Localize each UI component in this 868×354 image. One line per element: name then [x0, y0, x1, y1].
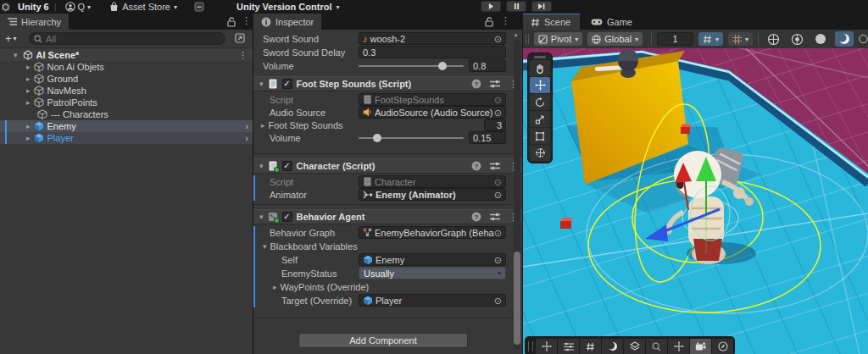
- tree-item[interactable]: ▸ NavMesh: [0, 85, 253, 97]
- enemy-status-dropdown[interactable]: Usually ▾: [359, 267, 506, 279]
- compass-button[interactable]: [712, 339, 733, 354]
- prefab-chevron-icon[interactable]: ›: [245, 133, 248, 143]
- behavior-component-header[interactable]: ▾ ✓ Behavior Agent ? ⋮: [253, 209, 523, 224]
- overflow-button[interactable]: [859, 31, 868, 47]
- scene-viewport[interactable]: [523, 48, 868, 354]
- disclosure-arrow-icon[interactable]: ▸: [26, 122, 31, 130]
- overlay-settings-button[interactable]: [558, 339, 579, 354]
- save-icon[interactable]: [194, 2, 204, 12]
- play-button[interactable]: [481, 1, 501, 12]
- scale-tool-button[interactable]: [530, 111, 550, 127]
- sword-delay-field[interactable]: 0.3: [359, 46, 506, 58]
- disclosure-arrow-icon[interactable]: ▸: [26, 98, 31, 107]
- panel-divider[interactable]: [522, 14, 523, 354]
- character-component-header[interactable]: ▾ ✓ Character (Script) ? ⋮: [253, 158, 523, 174]
- account-menu[interactable]: Q ▾: [65, 2, 92, 12]
- presets-icon[interactable]: [490, 213, 500, 221]
- pivot-toggle-button[interactable]: Pivot ▾: [534, 32, 582, 46]
- move-overlay-button[interactable]: [536, 339, 557, 354]
- waypoints-row[interactable]: ▸ WayPoints (Override): [253, 280, 508, 293]
- shaded-view-button[interactable]: [835, 31, 854, 47]
- prefab-chevron-icon[interactable]: ›: [245, 121, 248, 131]
- add-component-button[interactable]: Add Component: [298, 333, 468, 348]
- disclosure-arrow-icon[interactable]: ▸: [26, 134, 31, 142]
- search-field[interactable]: [46, 34, 207, 44]
- picker-window-icon[interactable]: [235, 33, 245, 43]
- object-picker-icon[interactable]: ⊙: [494, 296, 502, 305]
- global-toggle-button[interactable]: Global ▾: [587, 32, 643, 46]
- inspector-kebab-menu-icon[interactable]: ⋮: [501, 15, 510, 26]
- object-picker-icon[interactable]: ⊙: [494, 229, 502, 237]
- solid-sphere-button[interactable]: [811, 31, 830, 47]
- behavior-graph-field[interactable]: EnemyBehaviorGraph (Behav ⊙: [359, 226, 506, 239]
- camera-target-button[interactable]: [787, 31, 806, 47]
- object-picker-icon[interactable]: ⊙: [494, 108, 502, 117]
- object-picker-icon[interactable]: ⊙: [494, 35, 502, 43]
- sword-sound-field[interactable]: ♪ woosh-2 ⊙: [359, 32, 506, 45]
- object-picker-icon[interactable]: ⊙: [494, 191, 502, 199]
- foldout-open-icon[interactable]: ▾: [259, 213, 264, 221]
- hierarchy-kebab-menu-icon[interactable]: ⋮: [242, 15, 251, 26]
- object-picker-icon[interactable]: ⊙: [494, 96, 502, 104]
- transform-tool-button[interactable]: [530, 145, 550, 161]
- camera-button[interactable]: [690, 339, 711, 354]
- grid-size-field[interactable]: 1: [657, 32, 693, 46]
- object-picker-icon[interactable]: ⊙: [494, 256, 502, 264]
- presets-icon[interactable]: [490, 162, 500, 170]
- tab-inspector[interactable]: Inspector: [253, 14, 321, 30]
- tree-item-player[interactable]: ▸ Player ›: [0, 132, 253, 144]
- overlay-drag-handle[interactable]: [528, 341, 533, 351]
- volume-value-field[interactable]: 0.8: [469, 59, 506, 72]
- rect-tool-button[interactable]: [530, 128, 550, 144]
- search-button[interactable]: [646, 339, 667, 354]
- inspector-scrollbar[interactable]: [514, 40, 520, 350]
- tree-item[interactable]: ▸ Non Ai Objets: [0, 61, 253, 73]
- pause-button[interactable]: [506, 1, 526, 12]
- disclosure-arrow-icon[interactable]: ▸: [261, 121, 265, 130]
- add-object-button[interactable]: + ▾: [5, 34, 17, 44]
- hierarchy-lock-icon[interactable]: [227, 17, 236, 27]
- hand-tool-button[interactable]: [530, 60, 550, 76]
- scroll-up-arrow[interactable]: ▲: [513, 31, 519, 37]
- disclosure-arrow-icon[interactable]: ▸: [26, 75, 31, 83]
- snap-settings-button[interactable]: ▾: [728, 32, 753, 46]
- disclosure-arrow-icon[interactable]: ▸: [26, 86, 31, 95]
- tab-scene[interactable]: Scene: [523, 14, 580, 30]
- layers-button[interactable]: [624, 339, 645, 354]
- tree-item-enemy[interactable]: ▸ Enemy ›: [0, 120, 253, 132]
- foldout-open-icon[interactable]: ▾: [259, 162, 264, 170]
- disclosure-arrow-icon[interactable]: ▸: [26, 63, 31, 71]
- render-mode-button[interactable]: [602, 339, 623, 354]
- array-count-field[interactable]: 3: [484, 119, 506, 131]
- presets-icon[interactable]: [490, 80, 500, 88]
- step-button[interactable]: [531, 1, 552, 12]
- hierarchy-search-input[interactable]: [29, 32, 225, 45]
- panel-divider[interactable]: [253, 14, 253, 354]
- footstep-volume-value-field[interactable]: 0.15: [469, 131, 506, 144]
- tree-item[interactable]: --- Characters: [0, 108, 253, 120]
- version-control-menu[interactable]: Unity Version Control ▾: [236, 2, 339, 12]
- footstep-component-header[interactable]: ▾ ✓ Foot Step Sounds (Script) ? ⋮: [253, 76, 523, 91]
- enabled-checkbox[interactable]: ✓: [282, 79, 292, 89]
- asset-store-menu[interactable]: Asset Store ▾: [109, 2, 177, 12]
- help-icon[interactable]: ?: [471, 212, 481, 222]
- help-icon[interactable]: ?: [471, 79, 481, 89]
- grid-visibility-button[interactable]: ▾: [698, 32, 723, 46]
- inspector-lock-icon[interactable]: [485, 17, 493, 27]
- target-field[interactable]: Player ⊙: [359, 294, 506, 307]
- foldout-open-icon[interactable]: ▾: [259, 80, 264, 88]
- animator-field[interactable]: Enemy (Animator) ⊙: [359, 188, 506, 201]
- overlay-drag-handle[interactable]: [534, 56, 546, 58]
- blackboard-foldout-row[interactable]: ▾ Blackboard Variables: [253, 240, 508, 252]
- object-picker-icon[interactable]: ⊙: [494, 178, 502, 186]
- enabled-checkbox[interactable]: ✓: [282, 161, 292, 171]
- tab-game[interactable]: Game: [583, 14, 640, 30]
- rotate-tool-button[interactable]: [530, 94, 550, 110]
- scrollbar-thumb[interactable]: [514, 252, 520, 345]
- toolbar-drag-handle[interactable]: [526, 34, 529, 44]
- audio-source-field[interactable]: AudioSource (Audio Source) ⊙: [359, 106, 506, 119]
- enabled-checkbox[interactable]: ✓: [282, 212, 292, 222]
- self-field[interactable]: Enemy ⊙: [359, 253, 506, 266]
- foldout-open-icon[interactable]: ▾: [14, 51, 18, 59]
- scene-kebab-menu-icon[interactable]: ⋮: [238, 50, 248, 61]
